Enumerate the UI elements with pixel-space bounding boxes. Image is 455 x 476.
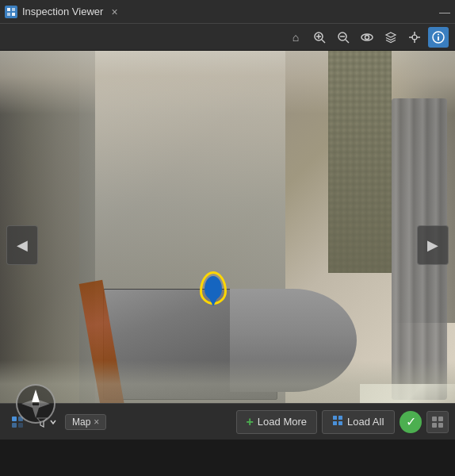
svg-rect-33 (432, 423, 437, 428)
svg-line-9 (346, 40, 349, 43)
zoom-in-tool-button[interactable] (309, 27, 330, 48)
inspection-image-area: ◀ ▶ (0, 51, 455, 440)
svg-point-12 (365, 35, 369, 39)
svg-rect-1 (12, 8, 15, 11)
title-bar-left: Inspection Viewer × (5, 4, 121, 20)
load-more-label: Load More (258, 416, 307, 428)
load-all-label: Load AlI (347, 416, 384, 428)
map-chip: Map × (65, 414, 106, 430)
inspection-marker[interactable] (200, 271, 227, 305)
bottom-layers-button[interactable] (426, 411, 449, 433)
window-minimize-button[interactable]: — (439, 6, 450, 18)
compass-west (21, 400, 32, 408)
title-bar: Inspection Viewer × — (0, 0, 455, 24)
svg-marker-13 (386, 33, 396, 37)
svg-rect-30 (338, 421, 342, 425)
prev-image-button[interactable]: ◀ (6, 225, 38, 265)
mesh-fabric (328, 51, 392, 273)
main-toolbar: ⌂ (0, 24, 455, 51)
window-title: Inspection Viewer (22, 6, 103, 17)
crosshair-tool-button[interactable] (404, 27, 425, 48)
svg-rect-0 (7, 8, 10, 11)
svg-rect-31 (432, 416, 437, 421)
confirm-button[interactable]: ✓ (400, 411, 422, 433)
svg-rect-2 (7, 13, 10, 16)
info-tool-button[interactable] (428, 27, 449, 48)
load-more-button[interactable]: + Load More (236, 410, 318, 434)
zoom-out-tool-button[interactable] (333, 27, 354, 48)
chevron-right-icon: ▶ (427, 236, 438, 254)
svg-rect-34 (438, 423, 443, 428)
checkmark-icon: ✓ (406, 414, 416, 429)
load-all-icon (332, 415, 343, 428)
svg-point-21 (438, 33, 439, 35)
svg-rect-32 (438, 416, 443, 421)
tab-close-button[interactable]: × (108, 4, 120, 20)
svg-rect-28 (338, 416, 342, 420)
chevron-left-icon: ◀ (17, 236, 28, 254)
compass-rose (16, 384, 55, 424)
bottom-toolbar: Map × + Load More Load AlI ✓ (0, 403, 455, 440)
compass-east (39, 400, 50, 408)
pin-body (205, 276, 222, 300)
compass-ring (16, 384, 55, 424)
svg-rect-27 (333, 416, 337, 420)
svg-rect-3 (12, 13, 15, 16)
next-image-button[interactable]: ▶ (417, 225, 449, 265)
layers-tool-button[interactable] (380, 27, 401, 48)
home-tool-button[interactable]: ⌂ (285, 27, 306, 48)
visibility-tool-button[interactable] (357, 27, 377, 48)
map-chip-label: Map (72, 416, 90, 428)
app-icon (5, 6, 17, 18)
svg-rect-29 (333, 421, 337, 425)
plus-icon: + (247, 415, 254, 429)
map-chip-close-button[interactable]: × (94, 416, 99, 428)
pin-outline (200, 271, 227, 305)
load-all-button[interactable]: Load AlI (322, 410, 395, 434)
svg-line-5 (322, 40, 325, 43)
